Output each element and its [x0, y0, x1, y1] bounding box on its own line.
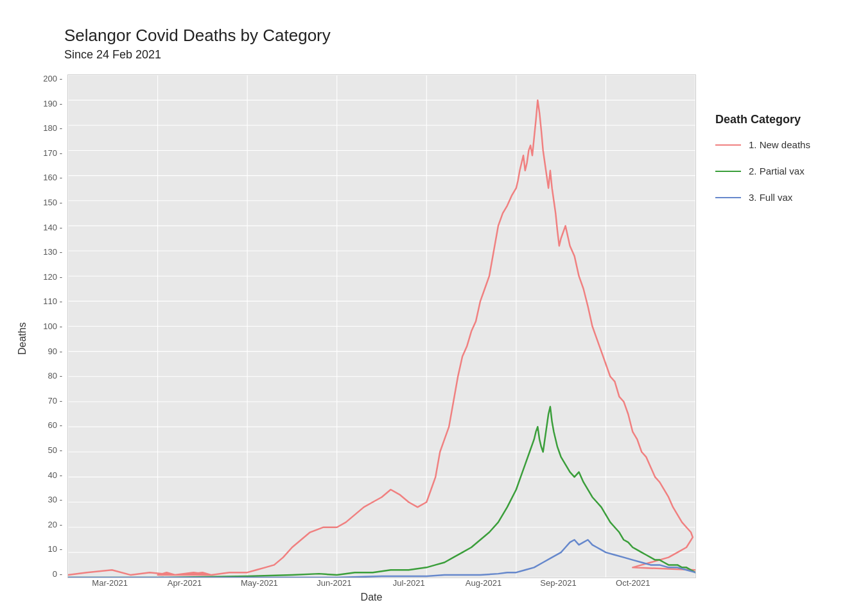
y-tick: 30 - — [48, 495, 62, 504]
x-tick: Sep-2021 — [521, 578, 595, 588]
legend-line — [715, 144, 741, 146]
y-axis-ticks: 200 -190 -180 -170 -160 -150 -140 -130 -… — [39, 74, 67, 578]
legend-item: 1. New deaths — [715, 139, 850, 150]
legend-line — [715, 171, 741, 172]
chart-container: Selangor Covid Deaths by Category Since … — [0, 0, 863, 616]
x-axis-area: Mar-2021Apr-2021May-2021Jun-2021Jul-2021… — [73, 578, 670, 588]
x-tick: Apr-2021 — [147, 578, 222, 588]
y-tick: 60 - — [48, 421, 62, 429]
y-tick: 40 - — [48, 471, 62, 479]
legend-label: 3. Full vax — [749, 192, 792, 203]
chart-body: Deaths 200 -190 -180 -170 -160 -150 -140… — [13, 74, 850, 603]
y-tick: 20 - — [48, 520, 62, 529]
x-tick: Mar-2021 — [73, 578, 147, 588]
plot-area — [67, 74, 696, 578]
legend-item: 3. Full vax — [715, 192, 850, 203]
chart-svg — [68, 75, 695, 578]
x-axis-label: Date — [73, 592, 670, 603]
y-tick: 200 - — [43, 74, 62, 83]
y-tick: 160 - — [43, 173, 62, 182]
y-tick: 170 - — [43, 149, 62, 157]
legend: Death Category 1. New deaths2. Partial v… — [696, 74, 850, 578]
y-tick: 100 - — [43, 322, 62, 330]
y-tick: 180 - — [43, 124, 62, 132]
y-tick: 190 - — [43, 99, 62, 108]
legend-title: Death Category — [715, 113, 850, 126]
chart-main: 200 -190 -180 -170 -160 -150 -140 -130 -… — [39, 74, 850, 603]
x-tick: May-2021 — [222, 578, 297, 588]
y-tick: 140 - — [43, 223, 62, 232]
y-tick: 90 - — [48, 347, 62, 355]
legend-line — [715, 197, 741, 198]
y-tick: 10 - — [48, 545, 62, 553]
y-tick: 0 - — [53, 570, 62, 578]
y-tick: 70 - — [48, 397, 62, 405]
chart-subtitle: Since 24 Feb 2021 — [64, 48, 850, 62]
legend-label: 1. New deaths — [749, 139, 810, 150]
y-tick: 80 - — [48, 372, 62, 380]
x-tick: Oct-2021 — [596, 578, 670, 588]
y-tick: 120 - — [43, 273, 62, 281]
y-tick: 130 - — [43, 248, 62, 256]
x-tick: Aug-2021 — [446, 578, 521, 588]
x-tick: Jun-2021 — [297, 578, 371, 588]
chart-title: Selangor Covid Deaths by Category — [64, 26, 850, 46]
legend-item: 2. Partial vax — [715, 166, 850, 176]
plot-area-wrapper: 200 -190 -180 -170 -160 -150 -140 -130 -… — [39, 74, 850, 578]
y-tick: 110 - — [43, 297, 62, 305]
y-tick: 150 - — [43, 198, 62, 207]
y-tick: 50 - — [48, 446, 62, 454]
legend-label: 2. Partial vax — [749, 166, 805, 176]
y-axis-label: Deaths — [13, 74, 32, 603]
x-tick: Jul-2021 — [372, 578, 446, 588]
